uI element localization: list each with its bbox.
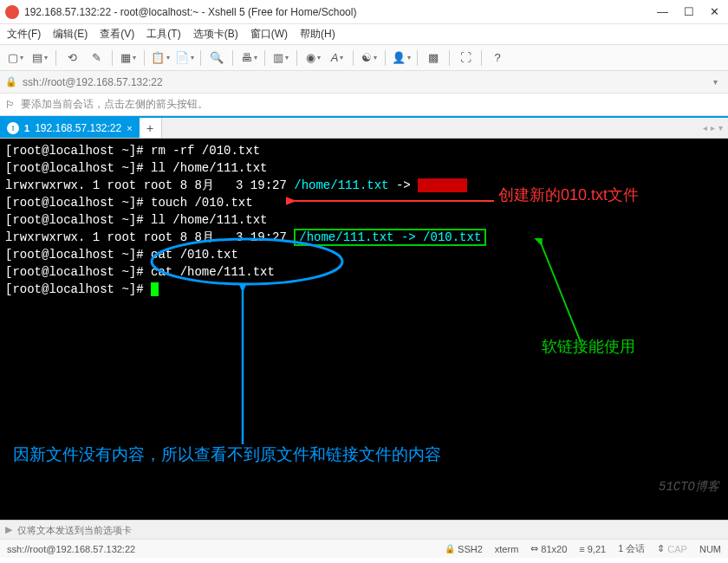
toolbar: ▢ ▤ ⟲ ✎ ▦ 📋 📄 🔍 🖶 ▥ ◉ A ☯ 👤 ▩ ⛶ ? [0,45,728,71]
blue-arrow-annotation [225,284,260,449]
menubar: 文件(F) 编辑(E) 查看(V) 工具(T) 选项卡(B) 窗口(W) 帮助(… [0,24,728,45]
status-term: xterm [495,544,519,554]
menu-view[interactable]: 查看(V) [100,27,134,42]
session-tab[interactable]: ! 1 192.168.57.132:22 × [0,118,140,138]
open-button[interactable]: ▤ [29,49,50,68]
menu-file[interactable]: 文件(F) [7,27,41,42]
help-button[interactable]: ? [487,49,508,68]
broken-link-target [418,178,466,192]
separator [353,50,354,66]
hint-text: 要添加当前会话，点击左侧的箭头按钮。 [21,97,208,112]
font-button[interactable]: A [327,49,348,68]
menu-help[interactable]: 帮助(H) [300,27,335,42]
terminal-line: [root@localhost ~]# touch /010.txt [5,194,723,211]
statusbar: ssh://root@192.168.57.132:22 🔒SSH2 xterm… [0,539,728,558]
address-dropdown[interactable]: ▾ [708,77,723,87]
separator [449,50,450,66]
layout-button[interactable]: ▥ [270,49,291,68]
separator [55,50,56,66]
copy-button[interactable]: 📋 [150,49,171,68]
terminal-line: lrwxrwxrwx. 1 root root 8 8月 3 19:27 /ho… [5,177,723,194]
watermark: 51CTO博客 [659,478,719,495]
valid-link-box: /home/111.txt -> /010.txt [294,229,486,246]
terminal-line: [root@localhost ~]# rm -rf /010.txt [5,142,723,159]
new-session-button[interactable]: ▢ [5,49,26,68]
reconnect-button[interactable]: ⟲ [62,49,82,68]
window-title: 192.168.57.132:22 - root@localhost:~ - X… [24,6,657,18]
hintbar: 🏳 要添加当前会话，点击左侧的箭头按钮。 [0,94,728,116]
encoding-button[interactable]: ☯ [359,49,380,68]
addressbar: 🔒 ssh://root@192.168.57.132:22 ▾ [0,71,728,94]
tab-prev-button[interactable]: ◂ [703,123,707,133]
separator [264,50,265,66]
disconnect-button[interactable]: ✎ [86,49,107,68]
tabbar: ! 1 192.168.57.132:22 × + ◂ ▸ ▾ [0,116,728,139]
separator [296,50,297,66]
tab-list-button[interactable]: ▾ [718,123,723,133]
transfer-button[interactable]: ▩ [423,49,444,68]
terminal-line: [root@localhost ~]# [5,281,723,298]
terminal-line: [root@localhost ~]# cat /010.txt [5,246,723,263]
menu-edit[interactable]: 编辑(E) [53,27,88,42]
close-button[interactable]: ✕ [710,5,719,18]
tab-nav: ◂ ▸ ▾ [703,118,723,138]
separator [417,50,418,66]
terminal-line: [root@localhost ~]# ll /home/111.txt [5,211,723,229]
color-button[interactable]: ◉ [302,49,323,68]
status-pos: ≡ 9,21 [579,544,606,554]
titlebar: 192.168.57.132:22 - root@localhost:~ - X… [0,0,728,24]
new-tab-button[interactable]: + [140,118,162,138]
user-button[interactable]: 👤 [391,49,412,68]
app-icon [5,5,19,19]
separator [385,50,386,66]
tab-label: 192.168.57.132:22 [35,122,121,134]
window-controls: — ☐ ✕ [657,5,723,18]
menu-tabs[interactable]: 选项卡(B) [193,27,238,42]
paste-button[interactable]: 📄 [174,49,195,68]
annotation-blue: 因新文件没有内容，所以查看不到原文件和链接文件的内容 [13,446,441,463]
find-button[interactable]: 🔍 [206,49,227,68]
tab-number: 1 [24,123,29,133]
status-sessions: 1 会话 [618,542,645,555]
status-num: NUM [699,544,721,554]
terminal-line: lrwxrwxrwx. 1 root root 8 8月 3 19:27 /ho… [5,229,723,246]
annotation-green: 软链接能使用 [542,338,635,355]
status-address: ssh://root@192.168.57.132:22 [7,544,432,554]
separator [144,50,145,66]
separator [481,50,482,66]
separator [112,50,113,66]
print-button[interactable]: 🖶 [238,49,259,68]
maximize-button[interactable]: ☐ [684,5,694,18]
terminal[interactable]: [root@localhost ~]# rm -rf /010.txt [roo… [0,139,728,520]
lock-icon: 🔒 [5,76,17,87]
separator [232,50,233,66]
status-caps: ⇕ CAP [657,543,687,554]
send-icon: ▶ [5,524,12,535]
tab-next-button[interactable]: ▸ [711,123,715,133]
terminal-line: [root@localhost ~]# ll /home/111.txt [5,159,723,177]
fullscreen-button[interactable]: ⛶ [455,49,476,68]
properties-button[interactable]: ▦ [118,49,139,68]
status-size: ⇔ 81x20 [530,543,567,554]
flag-icon: 🏳 [5,99,16,111]
menu-tools[interactable]: 工具(T) [146,27,180,42]
menu-window[interactable]: 窗口(W) [250,27,288,42]
address-field[interactable]: ssh://root@192.168.57.132:22 [23,76,708,88]
tab-close-button[interactable]: × [127,123,132,133]
separator [200,50,201,66]
minimize-button[interactable]: — [657,5,668,18]
info-icon: ! [7,122,19,134]
status-ssh: 🔒SSH2 [445,544,483,554]
lock-icon: 🔒 [445,544,455,553]
sendbar: ▶ [0,520,728,539]
terminal-line: [root@localhost ~]# cat /home/111.txt [5,263,723,281]
send-input[interactable] [17,525,723,535]
cursor [151,282,159,296]
